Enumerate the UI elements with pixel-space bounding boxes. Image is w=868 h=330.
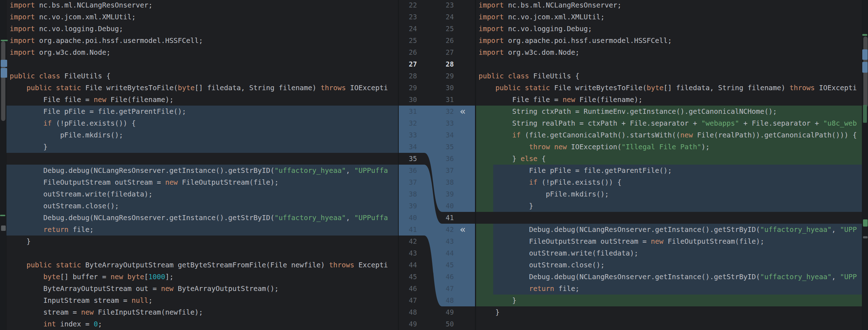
code-text: } [0, 141, 398, 153]
left-scrollbar[interactable] [0, 0, 6, 330]
right-code-line[interactable]: } else { [476, 153, 868, 165]
right-line-number: 50 [438, 318, 454, 330]
right-code-line[interactable]: } [476, 200, 868, 212]
left-code-line[interactable]: FileOutputStream outStream = new FileOut… [0, 176, 398, 188]
code-text [476, 318, 868, 330]
left-code-line[interactable]: stream = new FileInputStream(newfile); [0, 306, 398, 318]
left-code-line[interactable]: File file = new File(filename); [0, 94, 398, 106]
left-code-line[interactable]: import nc.bs.ml.NCLangResOnserver; [0, 0, 398, 11]
diff-scroll-marker-gray [1, 225, 6, 231]
left-code-line[interactable]: byte[] buffer = new byte[1000]; [0, 271, 398, 283]
right-code-line[interactable]: public class FileUtils { [476, 70, 868, 82]
left-code-line[interactable]: public static File writeBytesToFile(byte… [0, 82, 398, 94]
diff-scroll-marker-blue [1, 68, 7, 78]
right-line-number: 35 [438, 141, 454, 153]
left-code-line[interactable]: Debug.debug(NCLangResOnserver.getInstanc… [0, 212, 398, 224]
right-code-line[interactable]: Debug.debug(NCLangResOnserver.getInstanc… [476, 271, 868, 283]
right-code-line[interactable]: import nc.bs.ml.NCLangResOnserver; [476, 0, 868, 11]
right-code-line[interactable]: File pFile = file.getParentFile(); [476, 165, 868, 176]
code-text: public static File writeBytesToFile(byte… [476, 82, 868, 94]
code-text: FileOutputStream outStream = new FileOut… [0, 176, 398, 188]
code-text: } [476, 306, 868, 318]
left-line-number: 32 [401, 117, 417, 129]
diff-scroll-marker-green [863, 105, 867, 123]
right-line-number: 40 [438, 200, 454, 212]
code-text: return file; [476, 283, 868, 295]
code-text: Debug.debug(NCLangResOnserver.getInstanc… [476, 271, 868, 283]
right-code-line[interactable]: import nc.vo.jcom.xml.XMLUtil; [476, 11, 868, 23]
right-code-line[interactable]: FileOutputStream outStream = new FileOut… [476, 236, 868, 247]
left-code-line[interactable] [0, 58, 398, 70]
right-code-line[interactable]: } [476, 295, 868, 306]
code-text: public class FileUtils { [0, 70, 398, 82]
right-code-line[interactable]: throw new IOException("Illegal File Path… [476, 141, 868, 153]
left-code-line[interactable]: import org.apache.poi.hssf.usermodel.HSS… [0, 35, 398, 47]
left-code-line[interactable]: return file; [0, 224, 398, 236]
code-text: FileOutputStream outStream = new FileOut… [476, 236, 868, 247]
right-line-number: 26 [438, 35, 454, 47]
left-code-line[interactable]: Debug.debug(NCLangResOnserver.getInstanc… [0, 165, 398, 176]
right-code-line[interactable]: pFile.mkdirs(); [476, 188, 868, 200]
right-code-line[interactable]: return file; [476, 283, 868, 295]
right-scrollbar[interactable] [862, 0, 868, 330]
left-line-number: 31 [401, 106, 417, 117]
right-editor[interactable]: import nc.bs.ml.NCLangResOnserver;import… [476, 0, 868, 330]
right-code-line[interactable]: if (!pFile.exists()) { [476, 176, 868, 188]
right-code-line[interactable]: import nc.vo.logging.Debug; [476, 23, 868, 35]
left-code-line[interactable]: } [0, 236, 398, 247]
left-editor[interactable]: import nc.bs.ml.NCLangResOnserver;import… [0, 0, 398, 330]
left-code-line[interactable]: } [0, 141, 398, 153]
right-line-number: 32 [438, 106, 454, 117]
right-code-line[interactable]: } [476, 306, 868, 318]
diff-viewer: import nc.bs.ml.NCLangResOnserver;import… [0, 0, 868, 330]
right-line-number: 39 [438, 188, 454, 200]
right-code-line[interactable]: public static File writeBytesToFile(byte… [476, 82, 868, 94]
right-line-number: 23 [438, 0, 454, 11]
left-code-line[interactable]: File pFile = file.getParentFile(); [0, 106, 398, 117]
left-code-line[interactable]: int index = 0; [0, 318, 398, 330]
right-code-line[interactable]: Debug.debug(NCLangResOnserver.getInstanc… [476, 224, 868, 236]
apply-change-left-button[interactable]: « [456, 224, 469, 236]
right-code-line[interactable]: outStream.write(filedata); [476, 247, 868, 259]
left-line-number: 37 [401, 176, 417, 188]
code-text: File pFile = file.getParentFile(); [476, 165, 868, 176]
code-text: InputStream stream = null; [0, 295, 398, 306]
right-code-line[interactable]: import org.apache.poi.hssf.usermodel.HSS… [476, 35, 868, 47]
left-code-line[interactable] [0, 153, 398, 165]
code-text [0, 153, 398, 165]
diff-divider-gutter: 2223232424252526262727282829293030313132… [398, 0, 476, 330]
left-code-line[interactable]: if (!pFile.exists()) { [0, 117, 398, 129]
right-code-line[interactable]: import org.w3c.dom.Node; [476, 47, 868, 58]
left-line-number: 28 [401, 70, 417, 82]
right-code-line[interactable]: String ctxPath = RuntimeEnv.getInstance(… [476, 106, 868, 117]
left-code-line[interactable]: public class FileUtils { [0, 70, 398, 82]
code-text: File file = new File(filename); [476, 94, 868, 106]
apply-change-left-button[interactable]: « [456, 106, 469, 117]
left-code-line[interactable]: outStream.write(filedata); [0, 188, 398, 200]
code-text: import nc.bs.ml.NCLangResOnserver; [0, 0, 398, 11]
right-code-line[interactable]: if (file.getCanonicalPath().startsWith((… [476, 129, 868, 141]
left-code-line[interactable]: InputStream stream = null; [0, 295, 398, 306]
scrollbar-thumb[interactable] [1, 41, 5, 121]
left-code-line[interactable]: import nc.vo.jcom.xml.XMLUtil; [0, 11, 398, 23]
code-text: Debug.debug(NCLangResOnserver.getInstanc… [0, 212, 398, 224]
right-line-number: 45 [438, 259, 454, 271]
right-code-line[interactable] [476, 318, 868, 330]
right-line-number: 31 [438, 94, 454, 106]
left-code-line[interactable] [0, 247, 398, 259]
right-line-number: 46 [438, 271, 454, 283]
left-code-line[interactable]: ByteArrayOutputStream out = new ByteArra… [0, 283, 398, 295]
left-code-line[interactable]: pFile.mkdirs(); [0, 129, 398, 141]
right-line-number: 41 [438, 212, 454, 224]
right-code-line[interactable]: String realPath = ctxPath + File.separat… [476, 117, 868, 129]
code-text: outStream.write(filedata); [0, 188, 398, 200]
left-code-line[interactable]: public static ByteArrayOutputStream getB… [0, 259, 398, 271]
left-line-number: 41 [401, 224, 417, 236]
left-code-line[interactable]: outStream.close(); [0, 200, 398, 212]
right-code-line[interactable] [476, 212, 868, 224]
right-code-line[interactable] [476, 58, 868, 70]
right-code-line[interactable]: File file = new File(filename); [476, 94, 868, 106]
right-code-line[interactable]: outStream.close(); [476, 259, 868, 271]
left-code-line[interactable]: import nc.vo.logging.Debug; [0, 23, 398, 35]
left-code-line[interactable]: import org.w3c.dom.Node; [0, 47, 398, 58]
